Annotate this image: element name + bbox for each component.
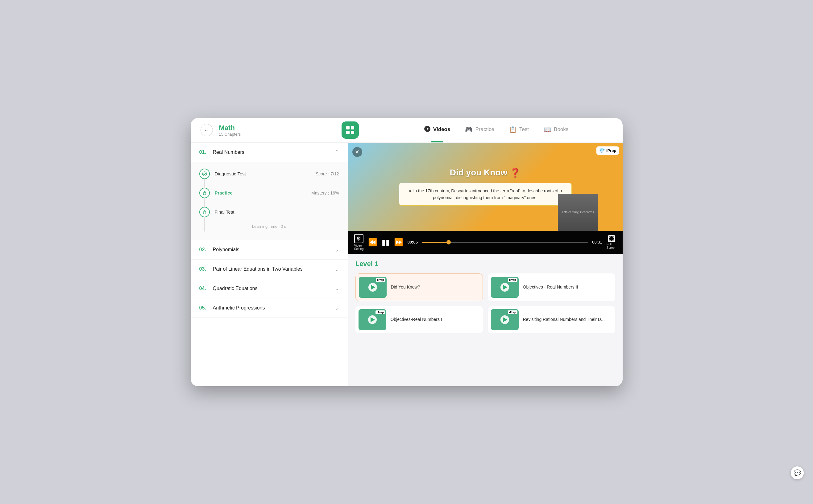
tab-test-label: Test xyxy=(519,126,529,133)
pause-button[interactable]: ▮▮ xyxy=(382,238,390,247)
chapter-num-5: 05. xyxy=(199,305,210,311)
grid-icon-button[interactable] xyxy=(342,121,359,139)
tab-books-label: Books xyxy=(554,126,568,133)
main-content: × 💎 iPrep Did you Know ❓ ➤ In the xyxy=(348,143,623,386)
fullscreen-button[interactable]: FullScreen xyxy=(606,235,617,249)
svg-point-12 xyxy=(358,237,359,238)
tab-videos[interactable]: Videos xyxy=(424,125,450,135)
video-card-4[interactable]: iPrep Revisiting Rational Numbers and Th… xyxy=(488,306,615,333)
chapter-num-4: 04. xyxy=(199,286,210,291)
practice-score: Mastery : 16% xyxy=(311,191,339,195)
test-icon: 📋 xyxy=(509,126,517,133)
thumb-play-4 xyxy=(500,315,509,324)
chapter-header-3[interactable]: 03. Pair of Linear Equations in Two Vari… xyxy=(191,260,348,279)
subject-info: Math 15 Chapters xyxy=(219,124,335,137)
video-grid: iPrep Did You Know? iPrep xyxy=(355,273,615,333)
chapter-num-3: 03. xyxy=(199,266,210,272)
thumb-iprep-3: iPrep xyxy=(376,310,385,314)
chapter-header-5[interactable]: 05. Arithmetic Progressions ⌄ xyxy=(191,298,348,318)
info-text: ➤ In the 17th century, Descartes introdu… xyxy=(409,188,562,200)
chapter-header-1[interactable]: 01. Real Numbers ⌃ xyxy=(191,143,348,162)
feedback-button[interactable]: 💬 xyxy=(791,466,804,479)
video-controls: VideoSetting ⏪ ▮▮ ⏩ 00:05 00:31 xyxy=(348,231,623,254)
video-card-label-4: Revisiting Rational Numbers and Their D.… xyxy=(523,317,605,323)
app-header: ← Math 15 Chapters Videos 🎮 Practice xyxy=(191,118,623,143)
tab-practice[interactable]: 🎮 Practice xyxy=(465,126,494,134)
play-triangle-3 xyxy=(371,317,375,322)
chapter-item-1: 01. Real Numbers ⌃ Diagnostic Test Score… xyxy=(191,143,348,240)
chevron-down-icon-5: ⌄ xyxy=(335,305,339,311)
sidebar: 01. Real Numbers ⌃ Diagnostic Test Score… xyxy=(191,143,348,386)
video-card-3[interactable]: iPrep Objectives-Real Numbers I xyxy=(355,306,483,333)
svg-rect-7 xyxy=(203,193,206,195)
video-setting-button[interactable]: VideoSetting xyxy=(354,234,364,251)
chapter-header-2[interactable]: 02. Polynomials ⌄ xyxy=(191,240,348,259)
play-triangle-4 xyxy=(503,317,507,322)
tab-practice-label: Practice xyxy=(475,126,494,133)
chapter-num-2: 02. xyxy=(199,247,210,252)
tab-books[interactable]: 📖 Books xyxy=(544,126,568,134)
fullscreen-icon xyxy=(608,235,615,242)
chapter-name-1: Real Numbers xyxy=(213,150,331,155)
check-icon xyxy=(199,169,210,179)
video-thumb-1: iPrep xyxy=(359,277,387,298)
lock-icon-final xyxy=(199,207,210,217)
video-card-1[interactable]: iPrep Did You Know? xyxy=(355,273,483,301)
chapter-name-3: Pair of Linear Equations in Two Variable… xyxy=(213,266,331,272)
sub-item-diagnostic[interactable]: Diagnostic Test Score : 7/12 xyxy=(199,164,339,183)
app-window: ← Math 15 Chapters Videos 🎮 Practice xyxy=(191,118,623,386)
video-close-button[interactable]: × xyxy=(352,147,362,157)
video-card-label-1: Did You Know? xyxy=(391,284,420,290)
descartes-face: 17th century, Descartes xyxy=(558,194,598,231)
progress-fill xyxy=(422,242,449,243)
iprep-logo: 💎 iPrep xyxy=(596,146,619,155)
feedback-icon: 💬 xyxy=(794,469,801,477)
sub-item-final-test[interactable]: Final Test xyxy=(199,203,339,222)
thumb-iprep-4: iPrep xyxy=(508,310,517,314)
video-player: × 💎 iPrep Did you Know ❓ ➤ In the xyxy=(348,143,623,254)
books-icon: 📖 xyxy=(544,126,551,133)
chapter-name-2: Polynomials xyxy=(213,247,331,252)
chapter-name-5: Arithmetic Progressions xyxy=(213,305,331,311)
chevron-down-icon-4: ⌄ xyxy=(335,285,339,292)
video-card-label-2: Objectives - Real Numbers II xyxy=(523,284,578,290)
videos-play-icon xyxy=(424,125,431,134)
svg-rect-0 xyxy=(346,126,350,129)
sub-item-practice[interactable]: Practice Mastery : 16% xyxy=(199,183,339,203)
time-total: 00:31 xyxy=(592,240,602,244)
rewind-button[interactable]: ⏪ xyxy=(368,238,377,247)
chevron-down-icon-2: ⌄ xyxy=(335,246,339,253)
thumb-play-3 xyxy=(368,315,377,324)
fullscreen-label: FullScreen xyxy=(606,243,617,249)
app-body: 01. Real Numbers ⌃ Diagnostic Test Score… xyxy=(191,143,623,386)
play-triangle-2 xyxy=(503,285,507,290)
fastforward-button[interactable]: ⏩ xyxy=(394,238,403,247)
chapter-header-4[interactable]: 04. Quadratic Equations ⌄ xyxy=(191,279,348,298)
thumb-play-2 xyxy=(500,283,509,292)
thumb-iprep-1: iPrep xyxy=(376,278,385,282)
practice-icon: 🎮 xyxy=(465,126,473,133)
progress-thumb xyxy=(446,240,451,244)
century-label: 17th century, Descartes xyxy=(560,209,595,215)
video-thumb-2: iPrep xyxy=(491,277,519,298)
iprep-badge: 💎 iPrep xyxy=(596,146,619,155)
tab-test[interactable]: 📋 Test xyxy=(509,126,529,134)
video-setting-label: VideoSetting xyxy=(354,244,364,251)
svg-rect-8 xyxy=(203,212,206,214)
iprep-badge-text: iPrep xyxy=(606,148,617,153)
video-frame: Did you Know ❓ ➤ In the 17th century, De… xyxy=(348,143,623,254)
chapter-num-1: 01. xyxy=(199,150,210,155)
did-you-know-title: Did you Know ❓ xyxy=(450,168,521,178)
time-current: 00:05 xyxy=(408,240,418,244)
video-card-2[interactable]: iPrep Objectives - Real Numbers II xyxy=(488,273,615,301)
svg-rect-3 xyxy=(351,131,354,134)
tab-videos-label: Videos xyxy=(433,126,450,133)
lock-icon-practice xyxy=(199,188,210,198)
progress-bar[interactable] xyxy=(422,242,588,243)
back-button[interactable]: ← xyxy=(200,124,213,136)
chapter-item-4: 04. Quadratic Equations ⌄ xyxy=(191,279,348,298)
nav-tabs: Videos 🎮 Practice 📋 Test 📖 Books xyxy=(380,125,613,135)
eq-icon xyxy=(354,234,363,243)
video-card-label-3: Objectives-Real Numbers I xyxy=(391,317,442,323)
subject-title: Math xyxy=(219,124,335,132)
